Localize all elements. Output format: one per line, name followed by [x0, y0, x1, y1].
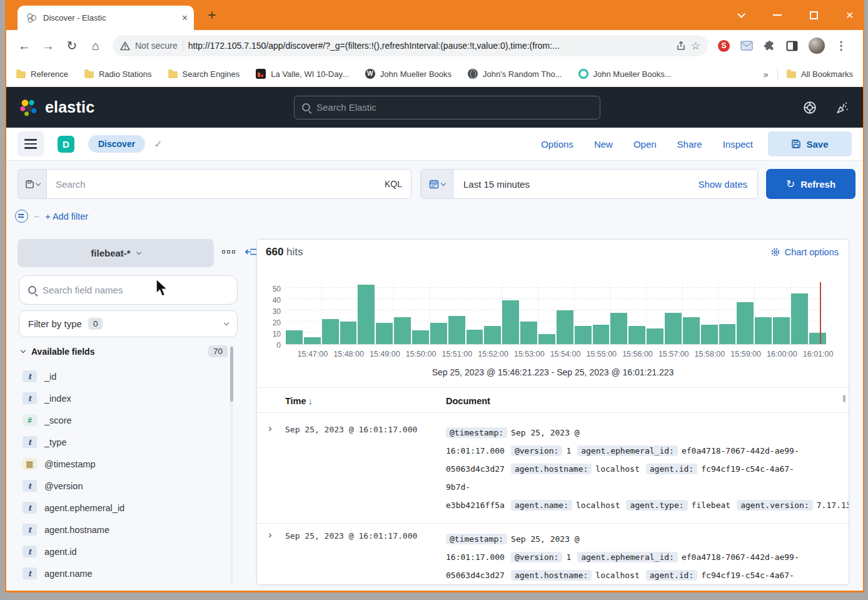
- doc-field-key[interactable]: agent.hostname:: [511, 464, 592, 474]
- add-filter-button[interactable]: + Add filter: [45, 211, 88, 221]
- field-list-item[interactable]: t @version: [23, 475, 223, 497]
- forward-icon[interactable]: →: [36, 39, 60, 53]
- histogram-bar[interactable]: [304, 337, 321, 344]
- bookmark-item[interactable]: John Mueller Books: [365, 69, 452, 79]
- date-picker[interactable]: Last 15 minutes Show dates: [420, 169, 758, 199]
- expand-row-icon[interactable]: ›: [268, 529, 272, 541]
- browser-menu-icon[interactable]: ⋮: [835, 39, 847, 53]
- bookmark-item[interactable]: John Mueller Books...: [578, 69, 672, 79]
- expand-row-icon[interactable]: ›: [268, 422, 272, 435]
- share-icon[interactable]: [675, 41, 686, 51]
- mail-extension-icon[interactable]: [740, 41, 753, 51]
- histogram-bar[interactable]: [557, 310, 573, 344]
- query-language-button[interactable]: KQL: [376, 179, 411, 189]
- url-text[interactable]: http://172.105.7.150/app/discover#/?_g=(…: [188, 41, 670, 51]
- field-list-item[interactable]: t agent.name: [23, 562, 223, 584]
- breadcrumb[interactable]: Discover: [88, 135, 145, 153]
- field-options-icon[interactable]: [222, 250, 235, 253]
- histogram-bar[interactable]: [484, 326, 501, 344]
- table-row[interactable]: › Sep 25, 2023 @ 16:01:17.000 @timestamp…: [257, 417, 849, 524]
- document-column-header[interactable]: Document: [446, 396, 490, 406]
- collapse-sidebar-icon[interactable]: [245, 247, 257, 257]
- doc-field-key[interactable]: @version:: [511, 552, 562, 562]
- doc-field-key[interactable]: agent.hostname:: [511, 570, 592, 581]
- histogram-bar[interactable]: [538, 334, 555, 344]
- profile-avatar[interactable]: [809, 38, 825, 54]
- show-dates-button[interactable]: Show dates: [699, 179, 757, 190]
- histogram-bar[interactable]: [340, 322, 357, 344]
- index-pattern-select[interactable]: filebeat-*: [18, 239, 214, 267]
- elastic-brand[interactable]: elastic: [18, 98, 94, 118]
- filter-icon[interactable]: [15, 210, 28, 223]
- doc-field-key[interactable]: agent.id:: [646, 570, 697, 581]
- field-list-item[interactable]: # _score: [23, 409, 223, 431]
- histogram-bar[interactable]: [448, 316, 465, 344]
- toolbar-link[interactable]: New: [594, 139, 613, 150]
- security-label[interactable]: Not secure: [135, 41, 178, 51]
- chart-options-button[interactable]: Chart options: [770, 247, 839, 257]
- field-list-item[interactable]: t agent.hostname: [23, 519, 223, 541]
- histogram-bar[interactable]: [286, 330, 303, 344]
- saved-queries-button[interactable]: [18, 170, 47, 198]
- histogram-bar[interactable]: [593, 325, 610, 344]
- time-column-header[interactable]: Time↓: [285, 396, 313, 406]
- bookmark-item[interactable]: La Valle, WI 10-Day...: [256, 69, 349, 79]
- histogram-bar[interactable]: [773, 317, 790, 344]
- field-list-item[interactable]: t _id: [23, 365, 223, 387]
- toolbar-link[interactable]: Inspect: [723, 139, 753, 150]
- toolbar-link[interactable]: Open: [633, 139, 657, 150]
- home-icon[interactable]: ⌂: [84, 39, 108, 53]
- table-scrollbar[interactable]: [843, 395, 845, 402]
- bookmark-item[interactable]: Search Engines: [168, 69, 240, 79]
- save-button[interactable]: Save: [768, 131, 852, 156]
- doc-field-key[interactable]: agent.type:: [626, 500, 687, 511]
- sidebar-scrollbar[interactable]: [230, 345, 233, 583]
- histogram-bar[interactable]: [430, 323, 447, 344]
- table-row[interactable]: › Sep 25, 2023 @ 16:01:17.000 @timestamp…: [257, 524, 849, 585]
- reload-icon[interactable]: ↻: [60, 38, 84, 53]
- new-tab-button[interactable]: +: [208, 9, 216, 21]
- time-range-value[interactable]: Last 15 minutes: [453, 179, 699, 190]
- global-search[interactable]: [294, 96, 600, 119]
- field-list-item[interactable]: t _index: [23, 387, 223, 409]
- histogram-bar[interactable]: [665, 313, 682, 344]
- refresh-button[interactable]: ↻ Refresh: [766, 169, 855, 199]
- available-fields-header[interactable]: Available fields 70: [21, 345, 228, 357]
- bookmark-item[interactable]: John's Random Tho...: [468, 69, 562, 79]
- maximize-button[interactable]: [807, 8, 820, 22]
- histogram-bar[interactable]: [520, 322, 537, 344]
- global-search-input[interactable]: [316, 102, 592, 113]
- doc-field-key[interactable]: agent.version:: [737, 500, 813, 511]
- help-lifering-icon[interactable]: [803, 101, 817, 114]
- bookmark-star-icon[interactable]: ☆: [691, 39, 700, 53]
- histogram-bar[interactable]: [737, 302, 754, 344]
- doc-field-key[interactable]: @version:: [511, 445, 562, 456]
- tab-close-icon[interactable]: ×: [182, 13, 188, 23]
- histogram-bar[interactable]: [791, 293, 808, 344]
- field-search[interactable]: [19, 275, 238, 305]
- toolbar-link[interactable]: Options: [541, 139, 573, 150]
- histogram-bar[interactable]: [394, 317, 411, 344]
- side-panel-icon[interactable]: [786, 41, 798, 51]
- close-button[interactable]: ×: [843, 8, 857, 22]
- extensions-puzzle-icon[interactable]: [764, 40, 775, 52]
- histogram-bar[interactable]: [412, 330, 429, 344]
- doc-field-key[interactable]: @timestamp:: [446, 534, 507, 544]
- bookmarks-overflow-icon[interactable]: »: [764, 69, 769, 79]
- window-chevron-icon[interactable]: [734, 8, 748, 22]
- histogram-bar[interactable]: [719, 324, 736, 344]
- doc-field-key[interactable]: agent.ephemeral_id:: [577, 445, 678, 456]
- filter-by-type-select[interactable]: Filter by type 0: [19, 310, 238, 337]
- deployment-badge[interactable]: D: [58, 136, 74, 153]
- field-search-input[interactable]: [43, 285, 228, 295]
- field-list-item[interactable]: t agent.id: [23, 541, 223, 562]
- minimize-button[interactable]: [770, 8, 784, 22]
- histogram-bar[interactable]: [647, 328, 664, 344]
- bookmark-item[interactable]: Radio Stations: [84, 69, 152, 79]
- histogram-bar[interactable]: [610, 313, 627, 344]
- query-bar[interactable]: KQL: [18, 169, 411, 199]
- date-quick-select-button[interactable]: [421, 170, 453, 198]
- doc-field-key[interactable]: agent.name:: [511, 500, 572, 511]
- histogram-bar[interactable]: [628, 326, 645, 344]
- extension-s-icon[interactable]: S: [718, 40, 730, 52]
